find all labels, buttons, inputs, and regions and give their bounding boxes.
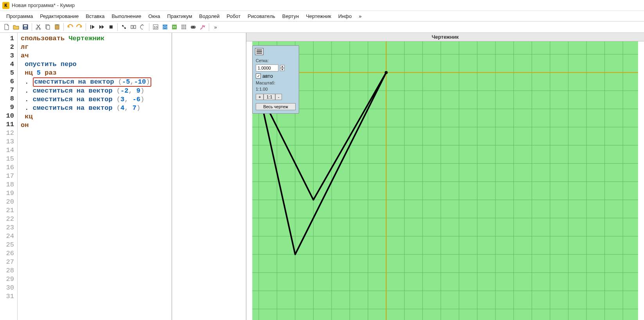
fit-all-button[interactable]: Весь чертеж [256, 103, 296, 110]
svg-rect-10 [109, 25, 113, 29]
zoom-in-button[interactable]: + [256, 94, 264, 100]
line-number: 14 [0, 146, 17, 155]
svg-point-24 [194, 27, 195, 27]
undo-icon[interactable] [66, 23, 74, 31]
line-number: 20 [0, 198, 17, 206]
zoom-reset-button[interactable]: 1:1 [264, 94, 275, 100]
grid-value-input[interactable] [256, 64, 278, 72]
main: 1234567891011121314151617181920212223242… [0, 33, 644, 320]
redo-icon[interactable] [75, 23, 84, 31]
window-title: Новая программа* - Кумир [12, 2, 75, 8]
auto-label: авто [262, 73, 273, 79]
menu-Вертун[interactable]: Вертун [279, 12, 302, 20]
menu-Программа[interactable]: Программа [3, 12, 36, 20]
line-number: 3 [0, 52, 17, 60]
draw-tool-icon[interactable] [198, 23, 207, 31]
grid-label: Сетка: [253, 57, 299, 64]
grid-tool-icon[interactable] [179, 23, 188, 31]
svg-rect-21 [181, 25, 186, 29]
auto-checkbox[interactable]: ✓ [256, 73, 261, 79]
vodoley-icon[interactable] [161, 23, 169, 31]
toolbar-overflow[interactable]: » [211, 23, 220, 31]
svg-rect-9 [90, 25, 91, 29]
menu-Рисователь[interactable]: Рисователь [244, 12, 278, 20]
canvas-area[interactable]: Сетка: ▲▼ ✓ авто Масштаб: 1:1.00 + 1:1 -… [246, 41, 644, 320]
line-number: 8 [0, 95, 17, 103]
svg-rect-17 [163, 25, 167, 29]
app-icon: К [2, 2, 9, 9]
line-number: 30 [0, 284, 17, 292]
svg-rect-1 [24, 25, 27, 27]
line-number: 28 [0, 266, 17, 275]
paste-icon[interactable] [53, 23, 61, 31]
svg-rect-8 [56, 24, 58, 25]
menu-Вставка[interactable]: Вставка [83, 12, 108, 20]
menu-Робот[interactable]: Робот [224, 12, 244, 20]
svg-rect-18 [172, 25, 177, 29]
line-number: 1 [0, 34, 17, 43]
scale-value: 1:1.00 [253, 86, 299, 92]
line-number: 4 [0, 60, 17, 69]
tool-c-icon[interactable] [138, 23, 147, 31]
tool-d-icon[interactable]: 10 [151, 23, 160, 31]
open-file-icon[interactable] [12, 23, 20, 31]
svg-point-20 [175, 27, 176, 28]
drawer-pane: Чертежник Сетка: ▲▼ ✓ авто Масштаб: 1:1.… [246, 33, 644, 320]
svg-rect-14 [134, 25, 136, 29]
menu-»[interactable]: » [355, 12, 364, 20]
menu-Практикум[interactable]: Практикум [164, 12, 195, 20]
line-number: 7 [0, 86, 17, 95]
svg-rect-22 [191, 26, 196, 29]
svg-rect-25 [252, 41, 638, 320]
line-number: 21 [0, 206, 17, 215]
svg-rect-6 [47, 25, 50, 29]
drawer-title: Чертежник [246, 33, 644, 41]
menu-Водолей[interactable]: Водолей [196, 12, 222, 20]
line-number: 24 [0, 232, 17, 241]
stop-icon[interactable] [107, 23, 115, 31]
menu-Чертежник[interactable]: Чертежник [303, 12, 334, 20]
line-number: 12 [0, 129, 17, 138]
line-number: 22 [0, 215, 17, 223]
line-number: 26 [0, 249, 17, 258]
line-number: 15 [0, 155, 17, 163]
toolbar: 10 » [0, 21, 644, 33]
menu-Редактирование[interactable]: Редактирование [37, 12, 82, 20]
editor-pane: 1234567891011121314151617181920212223242… [0, 33, 246, 320]
menu-Инфо[interactable]: Инфо [335, 12, 355, 20]
menu-Окна[interactable]: Окна [145, 12, 163, 20]
line-number: 31 [0, 292, 17, 301]
line-number: 11 [0, 120, 17, 129]
menubar: ПрограммаРедактированиеВставкаВыполнение… [0, 11, 644, 21]
run-icon[interactable] [88, 23, 97, 31]
tool-a-icon[interactable] [120, 23, 128, 31]
titlebar: К Новая программа* - Кумир [0, 0, 644, 11]
svg-rect-13 [131, 25, 133, 29]
line-number: 10 [0, 112, 17, 120]
gamepad-icon[interactable] [189, 23, 197, 31]
line-number: 19 [0, 189, 17, 198]
code-area[interactable]: спользовать Чертежник лг ач опустить пер… [18, 33, 172, 320]
robot-icon[interactable] [170, 23, 179, 31]
line-number: 29 [0, 275, 17, 284]
line-number: 17 [0, 172, 17, 181]
copy-icon[interactable] [43, 23, 52, 31]
line-number: 23 [0, 223, 17, 232]
drawing-canvas [246, 41, 644, 320]
svg-point-19 [173, 27, 174, 28]
gutter: 1234567891011121314151617181920212223242… [0, 33, 18, 320]
spinner-icon[interactable]: ▲▼ [280, 65, 285, 71]
zoom-out-button[interactable]: - [275, 94, 282, 100]
cut-icon[interactable] [34, 23, 43, 31]
save-file-icon[interactable] [21, 23, 30, 31]
tool-b-icon[interactable] [129, 23, 138, 31]
panel-menu-icon[interactable] [255, 48, 264, 55]
line-number: 13 [0, 138, 17, 146]
new-file-icon[interactable] [2, 23, 11, 31]
run-fast-icon[interactable] [97, 23, 106, 31]
scale-label: Масштаб: [253, 80, 299, 86]
line-number: 9 [0, 103, 17, 112]
line-number: 18 [0, 181, 17, 189]
menu-Выполнение[interactable]: Выполнение [108, 12, 144, 20]
svg-point-23 [192, 27, 192, 27]
